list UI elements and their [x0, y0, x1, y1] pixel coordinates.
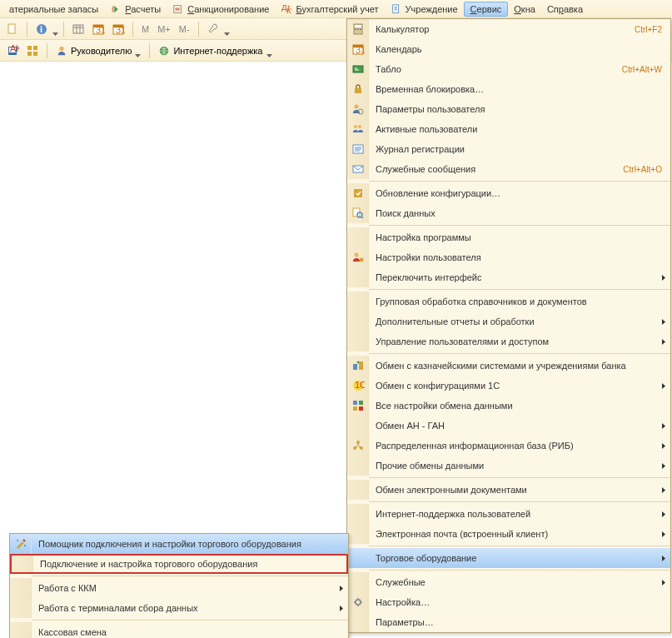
menu-item-label: Журнал регистрации — [369, 144, 670, 154]
service-menu-item[interactable]: Управление пользователями и доступом — [347, 331, 670, 351]
chevron-right-icon — [662, 531, 670, 537]
trade-submenu-item[interactable]: Помощник подключения и настройки торгово… — [10, 534, 348, 554]
menu-item-label: Переключить интерфейс — [369, 272, 662, 282]
menu-calculations[interactable]: Расчеты — [104, 2, 167, 17]
trade-submenu-item[interactable]: Подключение и настройка торгового оборуд… — [10, 554, 348, 574]
service-menu-item[interactable]: Параметры пользователя — [347, 99, 670, 119]
service-menu-item[interactable]: Прочие обмены данными — [347, 456, 670, 476]
service-menu-item[interactable]: Дополнительные отчеты и обработки — [347, 312, 670, 331]
service-menu-item[interactable]: ТаблоCtrl+Alt+W — [347, 59, 670, 79]
svg-rect-51 — [359, 406, 363, 411]
icon-placeholder — [347, 292, 369, 312]
svg-rect-20 — [33, 52, 37, 56]
service-menu-item[interactable]: Служебные сообщенияCtrl+Alt+O — [347, 159, 670, 179]
chevron-right-icon — [662, 275, 670, 281]
calendar-button[interactable]: 31 — [89, 20, 107, 38]
submenu-item-label: Работа с ККМ — [32, 583, 340, 593]
svg-rect-50 — [353, 406, 357, 411]
service-menu-item[interactable]: Обмен с казначейскими системами и учрежд… — [347, 356, 670, 376]
service-menu-item[interactable]: Настройка… — [347, 592, 670, 612]
icon-placeholder — [347, 331, 369, 351]
m-button[interactable]: M — [138, 24, 152, 34]
menu-item-label: Настройка… — [369, 597, 670, 607]
menu-materials[interactable]: атериальные запасы — [3, 2, 104, 16]
wrench-button[interactable] — [204, 20, 222, 38]
service-menu-item[interactable]: Все настройки обмена данными — [347, 396, 670, 416]
svg-rect-7 — [73, 25, 83, 33]
svg-rect-27 — [360, 28, 361, 30]
separator — [369, 225, 670, 226]
service-menu-item[interactable]: Поиск данных — [347, 203, 670, 223]
menu-accounting[interactable]: ДтКт Бухгалтерский учет — [275, 2, 384, 17]
dist-base-icon — [347, 436, 369, 456]
service-menu-item[interactable]: Журнал регистрации — [347, 139, 670, 159]
manager-dropdown[interactable]: Руководителю — [52, 43, 144, 58]
menu-item-label: Настройка программы — [369, 232, 670, 242]
search-icon — [347, 203, 369, 223]
separator — [27, 22, 27, 37]
service-menu-item[interactable]: КалькуляторCtrl+F2 — [347, 19, 670, 39]
menu-item-label: Обновление конфигурации… — [369, 188, 670, 198]
service-menu-item[interactable]: Переключить интерфейс — [347, 267, 670, 287]
document-icon — [391, 3, 402, 15]
menu-label: Расчеты — [125, 4, 161, 14]
chevron-down-icon[interactable] — [52, 27, 58, 31]
service-menu-item[interactable]: Обновление конфигурации… — [347, 183, 670, 203]
trade-submenu-item[interactable]: Работа с ККМ — [10, 578, 348, 598]
service-menu-item[interactable]: Электронная почта (встроенный клиент) — [347, 524, 670, 544]
svg-point-57 — [24, 545, 26, 546]
accounting-icon: ДтКт — [281, 3, 292, 15]
submenu-item-label: Работа с терминалами сбора данных — [32, 603, 340, 613]
service-menu-item[interactable]: Интернет-поддержка пользователей — [347, 504, 670, 524]
chevron-down-icon[interactable] — [224, 27, 230, 31]
m-plus-button[interactable]: M+ — [154, 24, 174, 34]
menu-service[interactable]: Сервис — [464, 2, 509, 17]
submenu-item-label: Подключение и настройка торгового оборуд… — [33, 559, 346, 569]
service-menu-item[interactable]: Параметры… — [347, 612, 670, 632]
menu-item-label: Калькулятор — [369, 24, 626, 34]
menu-item-label: Календарь — [369, 44, 670, 54]
table-button[interactable] — [69, 20, 87, 38]
menu-institution[interactable]: Учреждение — [385, 2, 464, 17]
icon-placeholder — [347, 548, 369, 568]
shortcut-label: Ctrl+Alt+O — [615, 165, 670, 174]
service-menu-item[interactable]: 1CОбмен с конфигурациями 1С — [347, 376, 670, 396]
service-menu-item[interactable]: Временная блокировка… — [347, 79, 670, 99]
user-params-icon — [347, 99, 369, 119]
new-doc-button[interactable] — [3, 20, 22, 38]
trade-submenu-item[interactable]: Работа с терминалами сбора данных — [10, 598, 348, 618]
menu-sanctioning[interactable]: Санкционирование — [167, 2, 275, 17]
trade-submenu-item[interactable]: Кассовая смена — [10, 622, 348, 638]
icon-placeholder — [347, 612, 369, 632]
service-menu-item[interactable]: Обмен АН - ГАН — [347, 416, 670, 436]
icon-placeholder — [347, 572, 369, 592]
shortcut-label: Ctrl+Alt+W — [614, 65, 670, 74]
grid-button[interactable] — [23, 42, 42, 60]
service-menu-item[interactable]: Торговое оборудование — [347, 548, 670, 568]
service-menu-item[interactable]: Групповая обработка справочников и докум… — [347, 292, 670, 312]
service-menu-item[interactable]: Распределенная информационная база (РИБ) — [347, 436, 670, 456]
service-menu-item[interactable]: Активные пользователи — [347, 119, 670, 139]
exchange-1c-icon: 1C — [347, 376, 369, 396]
m-minus-button[interactable]: M- — [176, 24, 193, 34]
support-dropdown[interactable]: Интернет-поддержка — [155, 43, 275, 58]
menu-item-label: Настройки пользователя — [369, 252, 670, 262]
icon-placeholder — [347, 227, 369, 247]
calendar2-button[interactable]: 31 — [109, 20, 127, 38]
icon-placeholder — [347, 480, 369, 500]
service-menu-item[interactable]: Настройки пользователя — [347, 247, 670, 267]
service-menu-item[interactable]: Обмен электронными документами — [347, 480, 670, 500]
svg-point-33 — [354, 105, 358, 109]
service-menu-item[interactable]: 31Календарь — [347, 39, 670, 59]
service-menu-item[interactable]: Служебные — [347, 572, 670, 592]
menu-windows[interactable]: Окна — [508, 2, 541, 16]
svg-rect-44 — [353, 364, 357, 370]
svg-rect-0 — [174, 5, 182, 12]
info-button[interactable]: i — [32, 20, 51, 38]
svg-text:i: i — [40, 24, 42, 34]
menu-help[interactable]: Справка — [541, 2, 589, 16]
svg-point-52 — [356, 441, 360, 444]
book-button[interactable]: АК — [3, 42, 22, 60]
update-icon — [347, 183, 369, 203]
service-menu-item[interactable]: Настройка программы — [347, 227, 670, 247]
